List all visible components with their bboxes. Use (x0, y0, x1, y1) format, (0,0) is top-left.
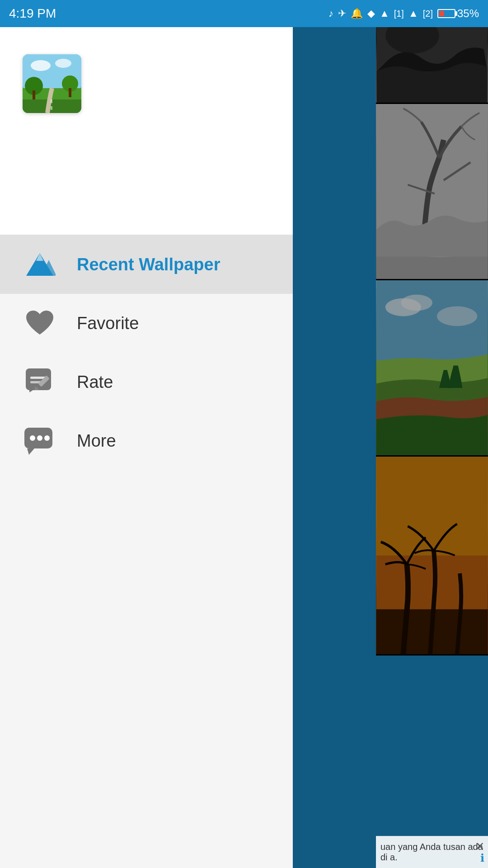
status-bar: 4:19 PM ♪ ✈ 🔔 ◆ ▲ [1] ▲ [2] 35% (0, 0, 488, 27)
battery-fill (439, 11, 444, 16)
battery-box (437, 9, 455, 18)
signal2-icon: ▲ (408, 8, 418, 19)
svg-rect-23 (51, 106, 52, 110)
rate-label: Rate (77, 373, 113, 392)
sim2-label: [2] (423, 9, 433, 19)
menu-item-favorite[interactable]: Favorite (0, 294, 293, 353)
menu-item-recent-wallpaper[interactable]: Recent Wallpaper (0, 235, 293, 294)
mountain-icon (23, 248, 56, 282)
svg-point-14 (31, 60, 51, 71)
music-icon: ♪ (328, 8, 333, 19)
svg-rect-21 (69, 88, 71, 97)
wifi-icon: ◆ (367, 8, 375, 19)
more-label: More (77, 431, 116, 451)
menu-item-rate[interactable]: Rate (0, 353, 293, 411)
sim1-label: [1] (394, 9, 404, 19)
ad-close-button[interactable]: ✕ (475, 840, 484, 853)
drawer-header (0, 27, 293, 235)
app-icon[interactable] (23, 54, 81, 113)
status-time: 4:19 PM (9, 6, 56, 21)
svg-rect-22 (51, 99, 52, 103)
svg-marker-26 (36, 253, 43, 261)
svg-rect-19 (33, 90, 35, 99)
favorite-label: Favorite (77, 314, 139, 333)
ad-banner: uan yang Anda tusan ada di a. ✕ ℹ (376, 836, 488, 868)
svg-point-34 (30, 435, 35, 441)
status-icons: ♪ ✈ 🔔 ◆ ▲ [1] ▲ [2] 35% (328, 7, 479, 20)
notification-icon: 🔔 (351, 8, 363, 19)
battery-percent: 35% (457, 7, 479, 20)
battery-indicator: 35% (437, 7, 479, 20)
svg-marker-33 (27, 448, 34, 455)
ad-info-button[interactable]: ℹ (480, 852, 484, 864)
menu-item-more[interactable]: More (0, 411, 293, 470)
more-icon (23, 424, 56, 458)
svg-point-36 (44, 435, 50, 441)
heart-icon (23, 307, 56, 340)
svg-point-15 (55, 59, 71, 68)
rate-icon (23, 365, 56, 399)
signal1-icon: ▲ (380, 8, 389, 19)
ad-text: uan yang Anda tusan ada di a. (380, 842, 483, 862)
svg-point-35 (37, 435, 42, 441)
menu-items: Recent Wallpaper Favorite (0, 235, 293, 868)
airplane-icon: ✈ (338, 8, 346, 19)
drawer-panel: Recent Wallpaper Favorite (0, 27, 293, 868)
recent-wallpaper-label: Recent Wallpaper (77, 255, 220, 274)
